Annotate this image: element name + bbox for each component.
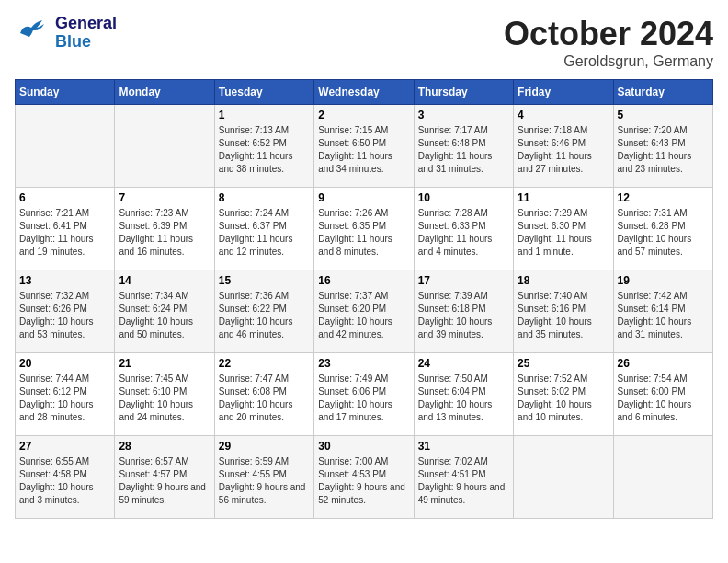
day-number: 5 — [618, 109, 709, 121]
calendar-cell: 29Sunrise: 6:59 AM Sunset: 4:55 PM Dayli… — [214, 436, 313, 519]
calendar-cell: 22Sunrise: 7:47 AM Sunset: 6:08 PM Dayli… — [214, 353, 313, 436]
calendar-cell: 23Sunrise: 7:49 AM Sunset: 6:06 PM Dayli… — [314, 353, 414, 436]
day-info: Sunrise: 7:37 AM Sunset: 6:20 PM Dayligh… — [318, 290, 409, 341]
day-info: Sunrise: 7:28 AM Sunset: 6:33 PM Dayligh… — [418, 207, 509, 259]
calendar-cell: 11Sunrise: 7:29 AM Sunset: 6:30 PM Dayli… — [514, 188, 613, 270]
calendar-table: SundayMondayTuesdayWednesdayThursdayFrid… — [15, 79, 713, 519]
day-info: Sunrise: 7:23 AM Sunset: 6:39 PM Dayligh… — [119, 207, 210, 259]
weekday-header-saturday: Saturday — [613, 80, 712, 105]
calendar-cell: 12Sunrise: 7:31 AM Sunset: 6:28 PM Dayli… — [613, 188, 712, 270]
calendar-cell: 31Sunrise: 7:02 AM Sunset: 4:51 PM Dayli… — [414, 436, 513, 519]
calendar-cell: 18Sunrise: 7:40 AM Sunset: 6:16 PM Dayli… — [514, 270, 613, 353]
day-info: Sunrise: 7:17 AM Sunset: 6:48 PM Dayligh… — [418, 124, 509, 176]
day-info: Sunrise: 7:36 AM Sunset: 6:22 PM Dayligh… — [219, 290, 310, 341]
day-info: Sunrise: 7:49 AM Sunset: 6:06 PM Dayligh… — [318, 373, 409, 424]
day-info: Sunrise: 7:39 AM Sunset: 6:18 PM Dayligh… — [418, 290, 509, 341]
calendar-cell: 21Sunrise: 7:45 AM Sunset: 6:10 PM Dayli… — [115, 353, 214, 436]
calendar-cell: 20Sunrise: 7:44 AM Sunset: 6:12 PM Dayli… — [16, 353, 115, 436]
day-number: 12 — [618, 191, 709, 204]
calendar-cell — [115, 105, 214, 188]
location-title: Geroldsgrun, Germany — [504, 53, 713, 70]
day-info: Sunrise: 7:26 AM Sunset: 6:35 PM Dayligh… — [318, 207, 409, 259]
day-number: 30 — [318, 440, 409, 453]
calendar-cell: 15Sunrise: 7:36 AM Sunset: 6:22 PM Dayli… — [214, 270, 313, 353]
day-number: 6 — [19, 191, 110, 204]
day-number: 4 — [518, 109, 609, 121]
day-info: Sunrise: 7:50 AM Sunset: 6:04 PM Dayligh… — [418, 373, 509, 424]
day-number: 23 — [318, 357, 409, 370]
day-info: Sunrise: 7:20 AM Sunset: 6:43 PM Dayligh… — [618, 124, 709, 176]
day-info: Sunrise: 7:13 AM Sunset: 6:52 PM Dayligh… — [219, 124, 310, 176]
day-number: 22 — [219, 357, 310, 370]
day-number: 29 — [219, 440, 310, 453]
day-info: Sunrise: 7:54 AM Sunset: 6:00 PM Dayligh… — [618, 373, 709, 424]
day-number: 27 — [19, 440, 110, 453]
calendar-cell: 19Sunrise: 7:42 AM Sunset: 6:14 PM Dayli… — [613, 270, 712, 353]
day-number: 31 — [418, 440, 509, 453]
weekday-header-thursday: Thursday — [414, 80, 513, 105]
calendar-cell: 9Sunrise: 7:26 AM Sunset: 6:35 PM Daylig… — [314, 188, 414, 270]
day-number: 13 — [19, 274, 110, 287]
title-block: October 2024 Geroldsgrun, Germany — [504, 15, 713, 70]
week-row-3: 20Sunrise: 7:44 AM Sunset: 6:12 PM Dayli… — [16, 353, 713, 436]
day-info: Sunrise: 7:52 AM Sunset: 6:02 PM Dayligh… — [518, 373, 609, 424]
calendar-cell: 24Sunrise: 7:50 AM Sunset: 6:04 PM Dayli… — [414, 353, 513, 436]
calendar-cell: 2Sunrise: 7:15 AM Sunset: 6:50 PM Daylig… — [314, 105, 414, 188]
calendar-cell: 27Sunrise: 6:55 AM Sunset: 4:58 PM Dayli… — [16, 436, 115, 519]
weekday-header-wednesday: Wednesday — [314, 80, 414, 105]
day-info: Sunrise: 7:47 AM Sunset: 6:08 PM Dayligh… — [219, 373, 310, 424]
calendar-cell: 8Sunrise: 7:24 AM Sunset: 6:37 PM Daylig… — [214, 188, 313, 270]
day-info: Sunrise: 7:02 AM Sunset: 4:51 PM Dayligh… — [418, 455, 509, 507]
calendar-cell: 16Sunrise: 7:37 AM Sunset: 6:20 PM Dayli… — [314, 270, 414, 353]
day-info: Sunrise: 7:32 AM Sunset: 6:26 PM Dayligh… — [19, 290, 110, 341]
day-number: 14 — [119, 274, 210, 287]
day-number: 11 — [518, 191, 609, 204]
day-number: 16 — [318, 274, 409, 287]
day-info: Sunrise: 7:34 AM Sunset: 6:24 PM Dayligh… — [119, 290, 210, 341]
day-number: 2 — [318, 109, 409, 121]
day-info: Sunrise: 6:55 AM Sunset: 4:58 PM Dayligh… — [19, 455, 110, 507]
day-number: 7 — [119, 191, 210, 204]
day-number: 15 — [219, 274, 310, 287]
day-info: Sunrise: 7:40 AM Sunset: 6:16 PM Dayligh… — [518, 290, 609, 341]
day-info: Sunrise: 6:59 AM Sunset: 4:55 PM Dayligh… — [219, 455, 310, 507]
week-row-1: 6Sunrise: 7:21 AM Sunset: 6:41 PM Daylig… — [16, 188, 713, 270]
calendar-cell: 25Sunrise: 7:52 AM Sunset: 6:02 PM Dayli… — [514, 353, 613, 436]
calendar-body: 1Sunrise: 7:13 AM Sunset: 6:52 PM Daylig… — [16, 105, 713, 519]
day-number: 9 — [318, 191, 409, 204]
calendar-cell: 28Sunrise: 6:57 AM Sunset: 4:57 PM Dayli… — [115, 436, 214, 519]
day-info: Sunrise: 7:45 AM Sunset: 6:10 PM Dayligh… — [119, 373, 210, 424]
calendar-cell: 3Sunrise: 7:17 AM Sunset: 6:48 PM Daylig… — [414, 105, 513, 188]
calendar-cell — [514, 436, 613, 519]
day-info: Sunrise: 7:42 AM Sunset: 6:14 PM Dayligh… — [618, 290, 709, 341]
day-number: 21 — [119, 357, 210, 370]
calendar-cell: 17Sunrise: 7:39 AM Sunset: 6:18 PM Dayli… — [414, 270, 513, 353]
day-number: 10 — [418, 191, 509, 204]
day-number: 8 — [219, 191, 310, 204]
day-number: 17 — [418, 274, 509, 287]
calendar-cell: 26Sunrise: 7:54 AM Sunset: 6:00 PM Dayli… — [613, 353, 712, 436]
day-number: 18 — [518, 274, 609, 287]
day-info: Sunrise: 7:29 AM Sunset: 6:30 PM Dayligh… — [518, 207, 609, 259]
day-info: Sunrise: 7:44 AM Sunset: 6:12 PM Dayligh… — [19, 373, 110, 424]
calendar-cell: 4Sunrise: 7:18 AM Sunset: 6:46 PM Daylig… — [514, 105, 613, 188]
week-row-2: 13Sunrise: 7:32 AM Sunset: 6:26 PM Dayli… — [16, 270, 713, 353]
logo-icon — [15, 15, 48, 48]
weekday-header-tuesday: Tuesday — [214, 80, 313, 105]
calendar-cell — [16, 105, 115, 188]
day-info: Sunrise: 7:15 AM Sunset: 6:50 PM Dayligh… — [318, 124, 409, 176]
logo: General Blue — [15, 15, 117, 52]
weekday-header-friday: Friday — [514, 80, 613, 105]
day-number: 1 — [219, 109, 310, 121]
day-number: 3 — [418, 109, 509, 121]
day-info: Sunrise: 7:21 AM Sunset: 6:41 PM Dayligh… — [19, 207, 110, 259]
day-number: 25 — [518, 357, 609, 370]
day-number: 24 — [418, 357, 509, 370]
day-number: 26 — [618, 357, 709, 370]
calendar-cell: 30Sunrise: 7:00 AM Sunset: 4:53 PM Dayli… — [314, 436, 414, 519]
calendar-cell — [613, 436, 712, 519]
week-row-0: 1Sunrise: 7:13 AM Sunset: 6:52 PM Daylig… — [16, 105, 713, 188]
day-number: 28 — [119, 440, 210, 453]
calendar-cell: 1Sunrise: 7:13 AM Sunset: 6:52 PM Daylig… — [214, 105, 313, 188]
day-number: 20 — [19, 357, 110, 370]
